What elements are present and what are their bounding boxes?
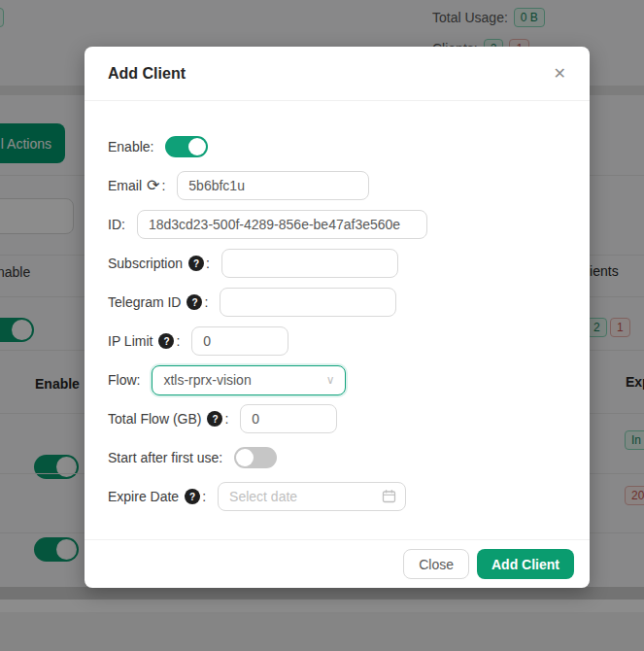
close-icon[interactable]: ✕ <box>554 66 566 82</box>
colon: : <box>161 178 165 193</box>
id-row: ID: <box>108 210 566 239</box>
total-flow-label: Total Flow (GB) <box>108 411 201 427</box>
telegram-row: Telegram ID ? : <box>108 288 566 317</box>
ip-limit-input[interactable] <box>191 326 288 356</box>
help-icon[interactable]: ? <box>188 256 204 271</box>
id-label: ID: <box>108 217 125 232</box>
modal-body: Enable: Email ⟳ : ID: Subscription ? : <box>85 101 590 511</box>
ip-limit-row: IP Limit ? : <box>108 326 566 356</box>
flow-row: Flow: xtls-rprx-vision ∨ <box>108 365 566 394</box>
close-button[interactable]: Close <box>403 549 469 579</box>
subscription-label: Subscription <box>108 256 183 271</box>
enable-row: Enable: <box>108 132 566 161</box>
flow-selected-value: xtls-rprx-vision <box>163 372 251 388</box>
telegram-id-input[interactable] <box>220 288 396 317</box>
page: Total Usage: 0 B Clients: 2 1 l Actions … <box>0 0 644 651</box>
help-icon[interactable]: ? <box>207 411 222 427</box>
telegram-label: Telegram ID <box>108 294 181 310</box>
toggle-knob <box>188 138 206 155</box>
help-icon[interactable]: ? <box>186 294 202 310</box>
help-icon[interactable]: ? <box>185 489 200 504</box>
toggle-knob <box>236 449 254 466</box>
modal-footer: Close Add Client <box>85 539 590 588</box>
colon: : <box>206 256 210 271</box>
total-flow-row: Total Flow (GB) ? : <box>108 404 566 433</box>
refresh-email-icon[interactable]: ⟳ <box>147 178 159 193</box>
colon: : <box>176 333 180 349</box>
expire-date-label: Expire Date <box>108 489 179 504</box>
email-label: Email <box>108 178 142 193</box>
flow-select[interactable]: xtls-rprx-vision ∨ <box>152 365 346 395</box>
flow-label: Flow: <box>108 372 140 388</box>
email-row: Email ⟳ : <box>108 171 566 200</box>
ip-limit-label: IP Limit <box>108 333 153 349</box>
expire-date-input[interactable] <box>218 482 406 511</box>
modal-title: Add Client <box>108 65 186 83</box>
add-client-modal: Add Client ✕ Enable: Email ⟳ : ID: Su <box>85 47 590 588</box>
help-icon[interactable]: ? <box>158 333 174 349</box>
colon: : <box>202 489 206 504</box>
colon: : <box>204 294 208 310</box>
add-client-button[interactable]: Add Client <box>477 549 574 579</box>
enable-toggle[interactable] <box>165 136 208 157</box>
email-input[interactable] <box>177 171 369 200</box>
chevron-down-icon: ∨ <box>326 373 335 387</box>
modal-header: Add Client ✕ <box>85 47 590 101</box>
total-flow-input[interactable] <box>240 404 337 433</box>
expire-date-picker[interactable] <box>218 482 406 511</box>
enable-label: Enable: <box>108 139 153 154</box>
start-after-row: Start after first use: <box>108 443 566 472</box>
start-after-first-use-toggle[interactable] <box>234 447 277 468</box>
expire-date-row: Expire Date ? : <box>108 482 566 511</box>
id-input[interactable] <box>137 210 427 239</box>
subscription-row: Subscription ? : <box>108 249 566 278</box>
start-after-label: Start after first use: <box>108 450 222 465</box>
colon: : <box>224 411 228 427</box>
calendar-icon[interactable] <box>382 489 396 506</box>
subscription-input[interactable] <box>221 249 398 278</box>
